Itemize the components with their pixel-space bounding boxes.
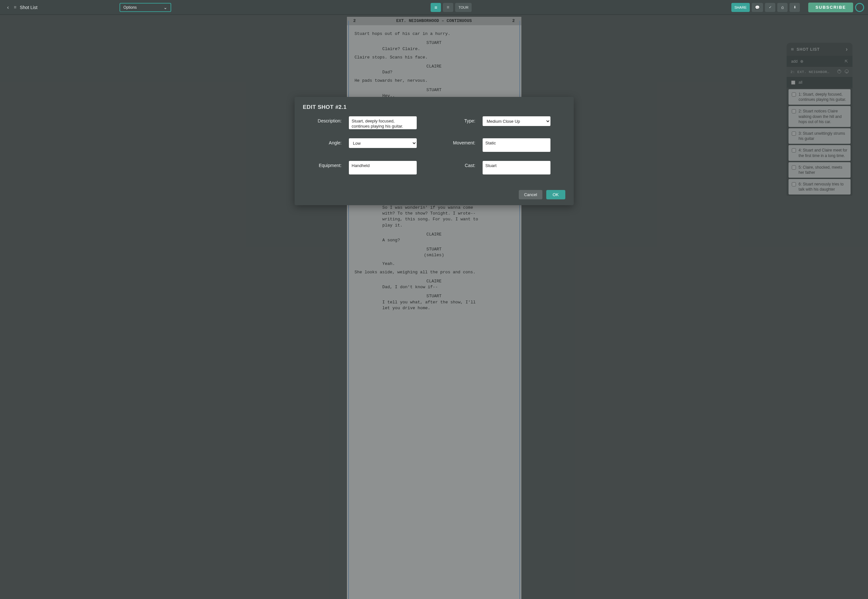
all-label: all (799, 80, 802, 85)
character-cue: STUART (355, 247, 514, 252)
action-line: He pads towards her, nervous. (355, 78, 514, 84)
angle-select[interactable]: Low (349, 138, 417, 148)
comment-icon (755, 5, 760, 10)
shot-list-item[interactable]: 3: Stuart unwittingly strums his guitar (788, 128, 851, 144)
shot-checkbox[interactable] (792, 182, 796, 187)
tour-button[interactable]: TOUR (455, 3, 472, 12)
next-scene-icon[interactable] (845, 69, 848, 73)
angle-label: Angle: (303, 138, 342, 145)
top-toolbar: ‹ Shot List Options TOUR SHARE SUBSCRIBE (0, 0, 868, 15)
approve-button[interactable] (765, 3, 775, 12)
shot-text: 5: Claire, shocked, meets her father (799, 165, 847, 175)
character-cue: CLAIRE (355, 278, 514, 284)
scene-number-right: 2 (509, 18, 514, 24)
character-cue: STUART (355, 293, 514, 299)
share-button[interactable]: SHARE (731, 3, 750, 12)
shot-text: 2: Stuart notices Claire walking down th… (799, 108, 847, 124)
dialogue: So I was wonderin' if you wanna come wit… (382, 205, 486, 229)
scene-heading-row: 2 EXT. NEIGHBORHOOD – CONTINUOUS 2 (347, 17, 521, 25)
select-all-checkbox[interactable] (791, 80, 795, 85)
shot-icon (14, 5, 17, 10)
download-button[interactable] (790, 3, 800, 12)
back-button[interactable]: ‹ (4, 3, 12, 12)
shot-text: 1: Stuart, deeply focused, continues pla… (799, 92, 847, 102)
shot-text: 3: Stuart unwittingly strums his guitar (799, 131, 847, 141)
character-cue: CLAIRE (355, 232, 514, 238)
dialogue: Yeah. (382, 261, 486, 267)
print-button[interactable] (777, 3, 788, 12)
shot-icon (791, 47, 794, 52)
scene-heading: EXT. NEIGHBORHOOD – CONTINUOUS (396, 18, 472, 24)
scene-label: 2: EXT. NEIGHBOR… (790, 70, 830, 74)
type-label: Type: (424, 116, 475, 123)
subscribe-button[interactable]: SUBSCRIBE (808, 3, 853, 12)
shot-list-panel: SHOT LIST add 2: EXT. NEIGHBOR… all 1: S… (787, 43, 853, 196)
shot-list-item[interactable]: 1: Stuart, deeply focused, continues pla… (788, 89, 851, 105)
shot-checkbox[interactable] (792, 166, 796, 170)
page-title-text: Shot List (20, 5, 37, 10)
chevron-right-icon[interactable] (846, 46, 848, 53)
prev-scene-icon[interactable] (837, 69, 841, 73)
ok-button[interactable]: OK (546, 190, 565, 199)
character-cue: STUART (355, 40, 514, 46)
cancel-button[interactable]: Cancel (519, 190, 542, 199)
check-icon (769, 5, 772, 9)
character-cue: CLAIRE (355, 64, 514, 69)
shot-text: 4: Stuart and Claire meet for the first … (799, 147, 847, 158)
action-line: She looks aside, weighing all the pros a… (355, 269, 514, 275)
equipment-label: Equipment: (303, 161, 342, 168)
shot-checkbox[interactable] (792, 92, 796, 96)
description-input[interactable] (349, 116, 417, 129)
equipment-input[interactable] (349, 161, 417, 175)
shot-checkbox[interactable] (792, 109, 796, 113)
description-label: Description: (303, 116, 342, 123)
chevron-down-icon (164, 5, 167, 10)
shot-text: 6: Stuart nervously tries to talk with h… (799, 182, 847, 192)
shot-list-item[interactable]: 4: Stuart and Claire meet for the first … (788, 145, 851, 161)
shot-list-item[interactable]: 2: Stuart notices Claire walking down th… (788, 106, 851, 127)
avatar[interactable] (855, 3, 864, 12)
comments-button[interactable] (752, 3, 763, 12)
download-icon (793, 5, 796, 9)
dialogue: Dad? (382, 69, 486, 75)
select-all-row[interactable]: all (787, 77, 853, 88)
print-icon (781, 6, 784, 9)
action-line: Stuart hops out of his car in a hurry. (355, 31, 514, 37)
shot-icon (447, 5, 449, 10)
scene-selector[interactable]: 2: EXT. NEIGHBOR… (787, 67, 853, 77)
panel-title: SHOT LIST (797, 47, 820, 52)
parenthetical: (smiles) (382, 252, 486, 258)
list-icon (435, 5, 438, 10)
panel-header[interactable]: SHOT LIST (787, 43, 853, 56)
popout-icon[interactable] (845, 59, 848, 64)
plus-icon (800, 59, 803, 64)
options-dropdown[interactable]: Options (120, 3, 171, 12)
page-title: Shot List (14, 5, 37, 10)
cast-input[interactable] (483, 161, 551, 175)
share-label: SHARE (734, 6, 747, 9)
add-shot-row[interactable]: add (787, 56, 853, 67)
dialogue: I tell you what, after the show, I'll le… (382, 300, 486, 311)
list-view-button[interactable] (430, 3, 441, 12)
type-select[interactable]: Medium Close Up (483, 116, 551, 126)
shot-checkbox[interactable] (792, 131, 796, 136)
movement-input[interactable] (483, 138, 551, 152)
shot-list-item[interactable]: 5: Claire, shocked, meets her father (788, 162, 851, 178)
add-label: add (791, 59, 797, 64)
dialogue: Claire? Claire. (382, 46, 486, 52)
shot-view-button[interactable] (443, 3, 453, 12)
scene-number-left: 2 (354, 18, 359, 24)
cast-label: Cast: (424, 161, 475, 168)
options-label: Options (123, 5, 137, 10)
dialogue: Dad, I don't know if-- (382, 284, 486, 290)
subscribe-label: SUBSCRIBE (815, 5, 846, 10)
tour-label: TOUR (458, 6, 468, 9)
modal-title: EDIT SHOT #2.1 (303, 104, 565, 110)
shot-list-item[interactable]: 6: Stuart nervously tries to talk with h… (788, 179, 851, 194)
shot-checkbox[interactable] (792, 148, 796, 152)
character-cue: STUART (355, 87, 514, 93)
edit-shot-modal: EDIT SHOT #2.1 Description: Type: Medium… (295, 97, 574, 205)
action-line: Claire stops. Scans his face. (355, 54, 514, 60)
dialogue: A song? (382, 238, 486, 243)
movement-label: Movement: (424, 138, 475, 145)
